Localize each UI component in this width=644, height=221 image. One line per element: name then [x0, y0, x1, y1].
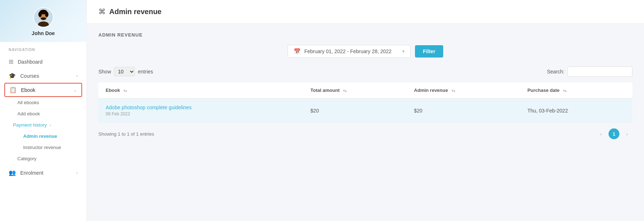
- show-entries: Show 10 25 50 100 entries: [98, 67, 153, 76]
- sidebar-item-ebook[interactable]: 📋 Ebook ⌄: [4, 83, 82, 97]
- cell-total-amount: $20: [303, 98, 407, 123]
- sidebar-item-label: Ebook: [21, 87, 35, 93]
- ebook-link[interactable]: Adobe photoshop complete guidelines: [106, 105, 296, 110]
- sidebar-subitem-category[interactable]: Category: [0, 153, 86, 164]
- sidebar-item-label: Enrolment: [20, 170, 43, 176]
- filter-row: 📅 February 01, 2022 - February 28, 2022 …: [98, 45, 632, 58]
- show-label: Show: [98, 69, 111, 75]
- sidebar-subitem-payment-history: Payment history: [13, 122, 47, 128]
- svg-point-5: [45, 12, 48, 17]
- chevron-right-icon: ›: [50, 123, 51, 128]
- sidebar-top: John Doe: [0, 0, 86, 42]
- dashboard-icon: ⊞: [9, 58, 13, 65]
- user-name: John Doe: [32, 30, 55, 36]
- sidebar-item-enrolment[interactable]: 👥 Enrolment ›: [0, 166, 86, 180]
- date-range-value: February 01, 2022 - February 28, 2022: [304, 48, 391, 54]
- courses-icon: 🎓: [9, 72, 16, 79]
- sidebar: John Doe NAVIGATION ⊞ Dashboard 🎓 Course…: [0, 0, 87, 221]
- chevron-right-icon: ›: [76, 170, 78, 175]
- date-range-picker[interactable]: 📅 February 01, 2022 - February 28, 2022 …: [288, 45, 411, 58]
- main-content: ⌘ Admin revenue ADMIN REVENUE 📅 February…: [87, 0, 644, 221]
- data-table: Ebook ▾▴ Total amount ▾▴ Admin revenue ▾…: [98, 82, 632, 123]
- svg-point-4: [38, 12, 42, 17]
- table-row: Adobe photoshop complete guidelines 08 F…: [98, 98, 632, 123]
- sidebar-item-label: Dashboard: [18, 59, 43, 65]
- search-row: Search:: [547, 67, 632, 77]
- sort-icon: ▾▴: [452, 89, 455, 93]
- cell-ebook: Adobe photoshop complete guidelines 08 F…: [98, 98, 303, 123]
- page-title: Admin revenue: [109, 8, 161, 16]
- col-purchase-date[interactable]: Purchase date ▾▴: [520, 82, 632, 98]
- sidebar-subitem-all-ebooks[interactable]: All ebooks: [0, 97, 86, 108]
- page-header: ⌘ Admin revenue: [87, 0, 644, 24]
- entries-label: entries: [138, 69, 153, 75]
- enrolment-icon: 👥: [9, 169, 16, 176]
- command-icon: ⌘: [98, 7, 106, 16]
- sort-icon: ▾▴: [123, 89, 127, 93]
- chevron-down-icon: ▾: [402, 49, 404, 54]
- content-area: ADMIN REVENUE 📅 February 01, 2022 - Febr…: [87, 24, 644, 221]
- pagination: ‹ 1 ›: [596, 128, 632, 139]
- showing-text: Showing 1 to 1 of 1 entries: [98, 131, 154, 137]
- sidebar-subitem-add-ebook[interactable]: Add ebook: [0, 108, 86, 119]
- filter-button[interactable]: Filter: [415, 45, 443, 58]
- sort-icon: ▾▴: [343, 89, 347, 93]
- sidebar-item-dashboard[interactable]: ⊞ Dashboard: [0, 55, 86, 69]
- calendar-icon: 📅: [294, 48, 301, 55]
- next-page-button[interactable]: ›: [622, 128, 632, 139]
- col-total-amount[interactable]: Total amount ▾▴: [303, 82, 407, 98]
- sidebar-item-courses[interactable]: 🎓 Courses ›: [0, 69, 86, 83]
- entries-select[interactable]: 10 25 50 100: [114, 67, 135, 76]
- search-input[interactable]: [567, 67, 632, 77]
- col-ebook[interactable]: Ebook ▾▴: [98, 82, 303, 98]
- sort-icon: ▾▴: [563, 89, 567, 93]
- avatar: [33, 7, 54, 27]
- sidebar-item-label: Courses: [20, 73, 39, 79]
- prev-page-button[interactable]: ‹: [596, 128, 606, 139]
- table-footer: Showing 1 to 1 of 1 entries ‹ 1 ›: [98, 128, 632, 139]
- sidebar-subitem-instructor-revenue[interactable]: Instructor revenue: [0, 142, 86, 153]
- section-title: ADMIN REVENUE: [98, 32, 632, 38]
- current-page-button[interactable]: 1: [609, 128, 619, 139]
- svg-point-6: [41, 17, 46, 20]
- chevron-right-icon: ›: [76, 73, 78, 78]
- search-label: Search:: [547, 69, 564, 75]
- nav-section-label: NAVIGATION: [0, 42, 86, 55]
- sidebar-subitem-admin-revenue[interactable]: Admin revenue: [0, 131, 86, 142]
- chevron-down-icon: ⌄: [73, 88, 77, 93]
- cell-admin-revenue: $20: [407, 98, 520, 123]
- cell-purchase-date: Thu, 03-Feb-2022: [520, 98, 632, 123]
- table-controls: Show 10 25 50 100 entries Search:: [98, 67, 632, 77]
- col-admin-revenue[interactable]: Admin revenue ▾▴: [407, 82, 520, 98]
- sidebar-subitem-payment-history-row[interactable]: Payment history ›: [0, 119, 86, 131]
- ebook-date: 08 Feb 2022: [106, 111, 296, 116]
- ebook-icon: 📋: [9, 86, 17, 93]
